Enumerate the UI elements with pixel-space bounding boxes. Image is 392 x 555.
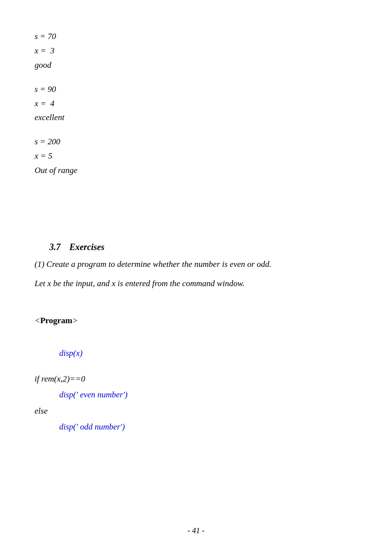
output-line-s90: s = 90: [35, 83, 357, 97]
output-block-2: s = 90 x = 4 excellent: [35, 83, 357, 126]
exercise1-text2: Let x be the input, and x is entered fro…: [35, 277, 357, 291]
output-block-3: s = 200 x = 5 Out of range: [35, 135, 357, 178]
spacer-1: [35, 188, 357, 213]
output-line-out-of-range: Out of range: [35, 164, 357, 178]
page: s = 70 x = 3 good s = 90 x = 4 excellent…: [0, 0, 392, 555]
program-tag-word: Program: [40, 316, 72, 325]
output-line-x3: x = 3: [35, 44, 357, 58]
section-title: Exercises: [70, 242, 105, 252]
output-line-x4: x = 4: [35, 97, 357, 111]
code-if-text: if rem(x,2)==0: [35, 374, 85, 384]
spacer-3: [35, 336, 357, 345]
spacer-2: [35, 296, 357, 306]
output-line-x5: x = 5: [35, 149, 357, 164]
code-disp-x-text: disp(x): [59, 348, 82, 358]
code-line-odd: disp(' odd number'): [35, 419, 357, 435]
output-line-s70: s = 70: [35, 30, 357, 44]
exercise1-text1: (1) Create a program to determine whethe…: [35, 257, 357, 272]
spacer-4: [35, 361, 357, 371]
exercise1-description: Create a program to determine whether th…: [44, 259, 272, 269]
code-even-text: disp(' even number'): [59, 390, 128, 399]
exercise1-label: (1): [35, 259, 44, 269]
section-heading: 3.7 Exercises: [35, 242, 357, 253]
code-line-even: disp(' even number'): [35, 387, 357, 403]
code-else-text: else: [35, 406, 47, 416]
output-line-good: good: [35, 58, 357, 73]
code-line-if: if rem(x,2)==0: [35, 371, 357, 387]
code-odd-text: disp(' odd number'): [59, 422, 125, 431]
output-block-1: s = 70 x = 3 good: [35, 30, 357, 73]
section-number: 3.7: [49, 242, 61, 252]
output-line-excellent: excellent: [35, 111, 357, 125]
code-line-disp-x: disp(x): [35, 345, 357, 361]
code-line-else: else: [35, 403, 357, 419]
page-number: - 41 -: [188, 526, 205, 535]
program-tag: <Program>: [35, 316, 357, 326]
program-tag-open: <: [35, 316, 40, 325]
program-tag-close: >: [72, 316, 78, 325]
code-section: disp(x) if rem(x,2)==0 disp(' even numbe…: [35, 345, 357, 435]
output-line-s200: s = 200: [35, 135, 357, 149]
